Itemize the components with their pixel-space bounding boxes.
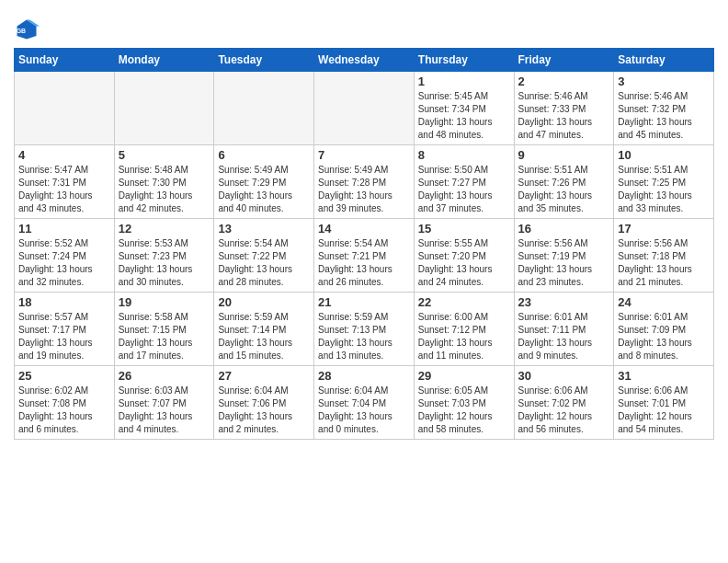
calendar-cell: 27Sunrise: 6:04 AM Sunset: 7:06 PM Dayli… bbox=[214, 366, 314, 440]
calendar-cell: 6Sunrise: 5:49 AM Sunset: 7:29 PM Daylig… bbox=[214, 145, 314, 219]
day-info: Sunrise: 6:06 AM Sunset: 7:02 PM Dayligh… bbox=[518, 385, 610, 436]
day-number: 11 bbox=[18, 222, 110, 236]
day-number: 25 bbox=[18, 369, 110, 383]
day-info: Sunrise: 6:05 AM Sunset: 7:03 PM Dayligh… bbox=[418, 385, 510, 436]
calendar-cell: 26Sunrise: 6:03 AM Sunset: 7:07 PM Dayli… bbox=[114, 366, 214, 440]
day-info: Sunrise: 5:49 AM Sunset: 7:28 PM Dayligh… bbox=[318, 164, 410, 215]
day-number: 10 bbox=[618, 148, 710, 162]
day-number: 18 bbox=[18, 295, 110, 309]
day-number: 22 bbox=[418, 295, 510, 309]
column-header-friday: Friday bbox=[514, 49, 614, 72]
column-header-sunday: Sunday bbox=[15, 49, 115, 72]
calendar-cell: 3Sunrise: 5:46 AM Sunset: 7:32 PM Daylig… bbox=[614, 72, 714, 145]
day-number: 13 bbox=[218, 222, 310, 236]
day-info: Sunrise: 6:06 AM Sunset: 7:01 PM Dayligh… bbox=[618, 385, 710, 436]
column-header-wednesday: Wednesday bbox=[314, 49, 415, 72]
day-number: 15 bbox=[418, 222, 510, 236]
calendar-cell: 10Sunrise: 5:51 AM Sunset: 7:25 PM Dayli… bbox=[614, 145, 714, 219]
day-info: Sunrise: 5:54 AM Sunset: 7:22 PM Dayligh… bbox=[218, 237, 310, 289]
calendar-cell: 17Sunrise: 5:56 AM Sunset: 7:18 PM Dayli… bbox=[614, 219, 714, 293]
day-number: 2 bbox=[518, 75, 610, 88]
column-header-monday: Monday bbox=[114, 49, 214, 72]
calendar-cell bbox=[314, 72, 415, 145]
svg-text:GB: GB bbox=[17, 28, 27, 34]
calendar-week-3: 11Sunrise: 5:52 AM Sunset: 7:24 PM Dayli… bbox=[15, 219, 714, 293]
day-number: 20 bbox=[218, 295, 310, 309]
calendar-cell: 31Sunrise: 6:06 AM Sunset: 7:01 PM Dayli… bbox=[614, 366, 714, 440]
day-info: Sunrise: 5:53 AM Sunset: 7:23 PM Dayligh… bbox=[119, 237, 210, 289]
calendar-cell: 1Sunrise: 5:45 AM Sunset: 7:34 PM Daylig… bbox=[414, 72, 514, 145]
column-header-tuesday: Tuesday bbox=[214, 49, 314, 72]
day-number: 21 bbox=[318, 295, 410, 309]
day-info: Sunrise: 6:00 AM Sunset: 7:12 PM Dayligh… bbox=[418, 311, 510, 362]
day-info: Sunrise: 5:49 AM Sunset: 7:29 PM Dayligh… bbox=[218, 164, 310, 215]
calendar-cell: 29Sunrise: 6:05 AM Sunset: 7:03 PM Dayli… bbox=[414, 366, 514, 440]
calendar-cell bbox=[214, 72, 314, 145]
logo: GB bbox=[14, 17, 43, 42]
calendar-cell: 12Sunrise: 5:53 AM Sunset: 7:23 PM Dayli… bbox=[114, 219, 214, 293]
day-number: 30 bbox=[518, 369, 610, 383]
calendar-week-5: 25Sunrise: 6:02 AM Sunset: 7:08 PM Dayli… bbox=[15, 366, 714, 440]
calendar-cell bbox=[15, 72, 115, 145]
day-info: Sunrise: 5:58 AM Sunset: 7:15 PM Dayligh… bbox=[119, 311, 210, 362]
day-info: Sunrise: 5:52 AM Sunset: 7:24 PM Dayligh… bbox=[18, 237, 110, 289]
day-info: Sunrise: 5:56 AM Sunset: 7:18 PM Dayligh… bbox=[618, 237, 710, 289]
day-number: 23 bbox=[518, 295, 610, 309]
calendar-cell: 30Sunrise: 6:06 AM Sunset: 7:02 PM Dayli… bbox=[514, 366, 614, 440]
day-number: 26 bbox=[119, 369, 210, 383]
day-number: 1 bbox=[418, 75, 510, 88]
page-header: GB bbox=[14, 9, 714, 42]
day-info: Sunrise: 5:56 AM Sunset: 7:19 PM Dayligh… bbox=[518, 237, 610, 289]
day-info: Sunrise: 6:04 AM Sunset: 7:06 PM Dayligh… bbox=[218, 385, 310, 436]
day-info: Sunrise: 5:48 AM Sunset: 7:30 PM Dayligh… bbox=[119, 164, 210, 215]
calendar-cell: 15Sunrise: 5:55 AM Sunset: 7:20 PM Dayli… bbox=[414, 219, 514, 293]
column-header-thursday: Thursday bbox=[414, 49, 514, 72]
day-number: 28 bbox=[318, 369, 410, 383]
day-number: 19 bbox=[119, 295, 210, 309]
day-info: Sunrise: 5:57 AM Sunset: 7:17 PM Dayligh… bbox=[18, 311, 110, 362]
day-info: Sunrise: 5:55 AM Sunset: 7:20 PM Dayligh… bbox=[418, 237, 510, 289]
day-number: 31 bbox=[618, 369, 710, 383]
calendar-cell: 23Sunrise: 6:01 AM Sunset: 7:11 PM Dayli… bbox=[514, 293, 614, 366]
day-info: Sunrise: 6:03 AM Sunset: 7:07 PM Dayligh… bbox=[119, 385, 210, 436]
calendar-week-1: 1Sunrise: 5:45 AM Sunset: 7:34 PM Daylig… bbox=[15, 72, 714, 145]
day-number: 6 bbox=[218, 148, 310, 162]
calendar-cell: 25Sunrise: 6:02 AM Sunset: 7:08 PM Dayli… bbox=[15, 366, 115, 440]
day-info: Sunrise: 5:51 AM Sunset: 7:26 PM Dayligh… bbox=[518, 164, 610, 215]
calendar-cell: 13Sunrise: 5:54 AM Sunset: 7:22 PM Dayli… bbox=[214, 219, 314, 293]
calendar-week-4: 18Sunrise: 5:57 AM Sunset: 7:17 PM Dayli… bbox=[15, 293, 714, 366]
day-info: Sunrise: 5:54 AM Sunset: 7:21 PM Dayligh… bbox=[318, 237, 410, 289]
calendar-cell: 24Sunrise: 6:01 AM Sunset: 7:09 PM Dayli… bbox=[614, 293, 714, 366]
calendar-cell bbox=[114, 72, 214, 145]
day-info: Sunrise: 6:01 AM Sunset: 7:09 PM Dayligh… bbox=[618, 311, 710, 362]
column-header-saturday: Saturday bbox=[614, 49, 714, 72]
day-info: Sunrise: 5:46 AM Sunset: 7:33 PM Dayligh… bbox=[518, 90, 610, 142]
day-number: 14 bbox=[318, 222, 410, 236]
calendar-cell: 19Sunrise: 5:58 AM Sunset: 7:15 PM Dayli… bbox=[114, 293, 214, 366]
calendar-table: SundayMondayTuesdayWednesdayThursdayFrid… bbox=[14, 48, 714, 440]
logo-icon: GB bbox=[14, 17, 40, 42]
calendar-cell: 4Sunrise: 5:47 AM Sunset: 7:31 PM Daylig… bbox=[15, 145, 115, 219]
day-number: 24 bbox=[618, 295, 710, 309]
calendar-cell: 8Sunrise: 5:50 AM Sunset: 7:27 PM Daylig… bbox=[414, 145, 514, 219]
day-info: Sunrise: 5:45 AM Sunset: 7:34 PM Dayligh… bbox=[418, 90, 510, 142]
day-number: 29 bbox=[418, 369, 510, 383]
calendar-cell: 11Sunrise: 5:52 AM Sunset: 7:24 PM Dayli… bbox=[15, 219, 115, 293]
day-number: 17 bbox=[618, 222, 710, 236]
calendar-cell: 9Sunrise: 5:51 AM Sunset: 7:26 PM Daylig… bbox=[514, 145, 614, 219]
day-number: 8 bbox=[418, 148, 510, 162]
day-info: Sunrise: 5:51 AM Sunset: 7:25 PM Dayligh… bbox=[618, 164, 710, 215]
day-info: Sunrise: 6:04 AM Sunset: 7:04 PM Dayligh… bbox=[318, 385, 410, 436]
day-info: Sunrise: 5:59 AM Sunset: 7:14 PM Dayligh… bbox=[218, 311, 310, 362]
calendar-cell: 14Sunrise: 5:54 AM Sunset: 7:21 PM Dayli… bbox=[314, 219, 415, 293]
calendar-cell: 18Sunrise: 5:57 AM Sunset: 7:17 PM Dayli… bbox=[15, 293, 115, 366]
calendar-cell: 21Sunrise: 5:59 AM Sunset: 7:13 PM Dayli… bbox=[314, 293, 415, 366]
day-number: 12 bbox=[119, 222, 210, 236]
day-number: 9 bbox=[518, 148, 610, 162]
day-info: Sunrise: 5:59 AM Sunset: 7:13 PM Dayligh… bbox=[318, 311, 410, 362]
day-info: Sunrise: 5:47 AM Sunset: 7:31 PM Dayligh… bbox=[18, 164, 110, 215]
calendar-cell: 7Sunrise: 5:49 AM Sunset: 7:28 PM Daylig… bbox=[314, 145, 415, 219]
day-info: Sunrise: 5:50 AM Sunset: 7:27 PM Dayligh… bbox=[418, 164, 510, 215]
day-info: Sunrise: 5:46 AM Sunset: 7:32 PM Dayligh… bbox=[618, 90, 710, 142]
day-number: 4 bbox=[18, 148, 110, 162]
